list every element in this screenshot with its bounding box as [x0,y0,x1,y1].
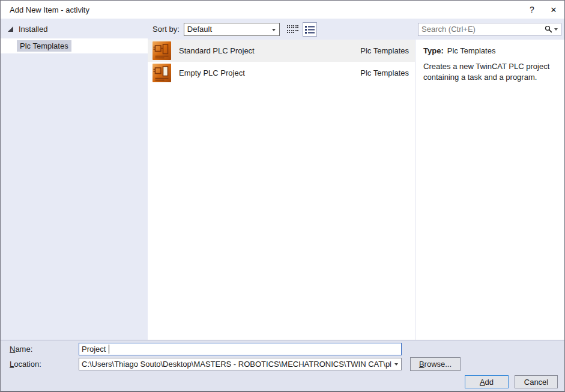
help-button[interactable]: ? [521,1,543,19]
cancel-button-label: Cancel [524,378,548,387]
search-box [418,23,561,36]
template-description: Creates a new TwinCAT PLC project contai… [423,61,560,82]
search-button[interactable] [543,25,561,33]
sort-toolbar: Sort by: Default [148,19,415,40]
plc-project-icon [153,64,171,82]
sort-by-label: Sort by: [153,25,180,34]
search-input[interactable] [418,25,543,34]
combo-arrow-button[interactable] [391,363,401,366]
installed-group-header[interactable]: Installed [1,19,148,33]
sort-by-value: Default [187,25,212,34]
name-label: Name: [10,345,32,354]
add-new-item-dialog: Add New Item - activity ? ✕ Installed Pl… [0,0,565,392]
details-column: Type:Plc Templates Creates a new TwinCAT… [415,19,565,340]
search-bar [415,19,565,40]
expand-triangle-icon [8,26,13,32]
titlebar: Add New Item - activity ? ✕ [1,1,564,19]
chevron-down-icon [394,363,398,366]
list-icon [305,25,315,34]
close-button[interactable]: ✕ [543,1,564,19]
template-category: Plc Templates [360,68,410,77]
sidebar-item-label: Plc Templates [17,40,71,52]
template-name: Standard PLC Project [179,46,360,55]
sidebar: Installed Plc Templates [1,19,148,340]
template-name: Empty PLC Project [179,68,360,77]
plc-project-icon [153,41,171,60]
location-value: C:\Users\Thiago Souto\Desktop\MASTERS - … [79,360,391,369]
chevron-down-icon [272,29,276,31]
browse-button-label: Browse... [419,360,452,369]
sort-by-dropdown[interactable]: Default [184,23,280,36]
window-title: Add New Item - activity [1,5,89,14]
template-row-standard-plc-project[interactable]: Standard PLC Project Plc Templates [148,40,415,62]
add-button-label: Add [480,378,494,387]
installed-label: Installed [19,25,47,34]
name-field [79,343,402,355]
add-button[interactable]: Add [465,375,509,388]
grid-icon [287,25,298,33]
type-line: Type:Plc Templates [423,46,558,55]
small-icons-view-button[interactable] [286,23,300,36]
name-input[interactable] [79,343,401,355]
search-icon [545,25,552,33]
titlebar-buttons: ? ✕ [521,1,564,19]
template-category: Plc Templates [360,46,410,55]
details-panel: Type:Plc Templates Creates a new TwinCAT… [415,40,565,340]
type-label: Type: [423,46,444,55]
template-row-empty-plc-project[interactable]: Empty PLC Project Plc Templates [148,62,415,84]
location-combobox[interactable]: C:\Users\Thiago Souto\Desktop\MASTERS - … [79,358,402,370]
chevron-down-icon [554,28,558,31]
template-list: Standard PLC Project Plc Templates [148,40,415,84]
cancel-button[interactable]: Cancel [515,375,558,388]
location-label: Location: [10,360,41,369]
footer-panel: Name: Location: C:\Users\Thiago Souto\De… [1,340,564,391]
sidebar-item-plc-templates[interactable]: Plc Templates [1,38,148,53]
type-value: Plc Templates [447,46,496,55]
browse-button[interactable]: Browse... [410,357,461,371]
template-pane: Sort by: Default [148,19,415,340]
text-caret [109,345,109,354]
list-view-button[interactable] [303,22,317,37]
